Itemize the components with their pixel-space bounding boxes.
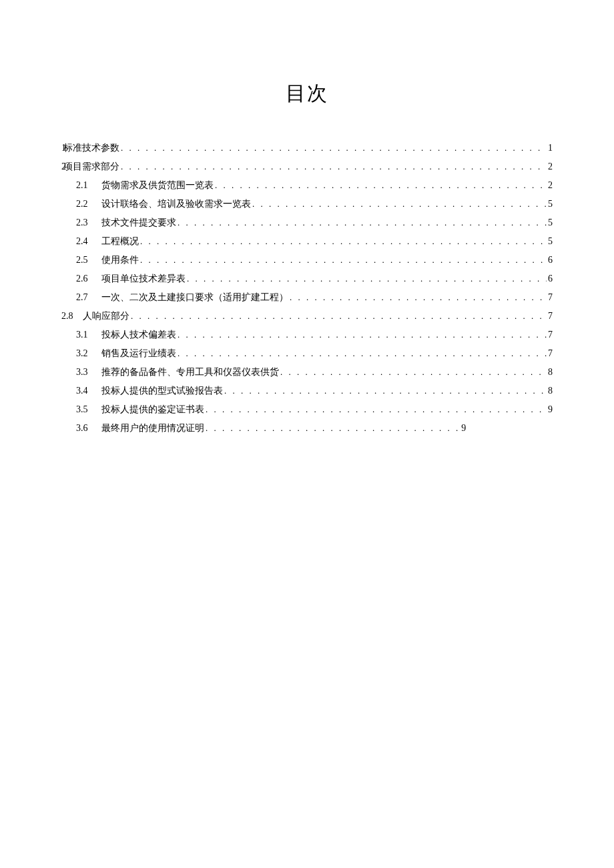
toc-page-number: 2 <box>548 180 553 191</box>
toc-entry: 3.6最终用户的使用情况证明. . . . . . . . . . . . . … <box>61 422 553 434</box>
toc-label: 投标人提供的型式试验报告表 <box>101 385 223 397</box>
toc-page-number: 6 <box>548 274 553 284</box>
page-title: 目次 <box>61 80 553 107</box>
toc-leader-dots <box>140 255 547 266</box>
toc-number: 2.8 <box>61 311 75 322</box>
toc-leader-dots <box>290 292 547 303</box>
toc-leader-dots <box>224 386 547 396</box>
toc-leader-dots <box>121 143 547 153</box>
toc-entry: 2.2设计联络会、培训及验收需求一览表5 <box>61 198 553 210</box>
toc-page-number: 5 <box>548 218 553 228</box>
toc-page-number: 5 <box>548 236 553 247</box>
toc-leader-dots <box>131 311 547 322</box>
toc-label: 推荐的备品备件、专用工具和仪器仪表供货 <box>101 366 279 378</box>
toc-label: 技术文件提交要求 <box>101 217 176 229</box>
toc-entry: 3.3推荐的备品备件、专用工具和仪器仪表供货8 <box>61 366 553 378</box>
toc-entry: 2 项目需求部分2 <box>61 161 553 173</box>
toc-page-number: 7 <box>548 348 553 359</box>
toc-label: 标准技术参数 <box>63 142 119 154</box>
toc-number: 3.4 <box>61 386 101 396</box>
toc-label: 一次、二次及土建接口要求（适用扩建工程） <box>101 292 288 304</box>
toc-page-number: 9 <box>548 404 553 415</box>
toc-number: 2.6 <box>61 274 101 284</box>
toc-number: 2.1 <box>61 180 101 191</box>
toc-entry: 2.8人响应部分7 <box>61 310 553 322</box>
toc-leader-dots <box>280 367 547 378</box>
toc-label: 工程概况 <box>101 236 139 248</box>
toc-leader-dots <box>121 161 547 172</box>
toc-label: 人响应部分 <box>75 310 129 322</box>
toc-leader-dots <box>140 236 547 247</box>
toc-number: 2.4 <box>61 236 101 247</box>
toc-entry: 3.4投标人提供的型式试验报告表8 <box>61 385 553 397</box>
toc-entry: 2.7一次、二次及土建接口要求（适用扩建工程）7 <box>61 292 553 304</box>
toc-entry: 3.2销售及运行业绩表7 <box>61 348 553 360</box>
toc-entry: 3.5投标人提供的鉴定证书表9 <box>61 404 553 416</box>
toc-entry: 2.6项目单位技术差异表6 <box>61 273 553 285</box>
toc-label: 最终用户的使用情况证明 <box>101 422 204 434</box>
toc-label: 使用条件 <box>101 254 139 266</box>
toc-page-number: 7 <box>548 330 553 340</box>
toc-leader-dots <box>178 348 547 359</box>
table-of-contents: 1 标准技术参数12 项目需求部分22.1货物需求及供货范围一览表22.2设计联… <box>61 142 553 434</box>
document-page: 目次 1 标准技术参数12 项目需求部分22.1货物需求及供货范围一览表22.2… <box>0 0 614 434</box>
toc-number: 3.6 <box>61 423 101 434</box>
toc-page-number: 8 <box>548 386 553 396</box>
toc-leader-dots <box>215 180 547 191</box>
toc-number: 3.1 <box>61 330 101 340</box>
toc-number: 3.3 <box>61 367 101 378</box>
toc-page-number: 1 <box>548 143 553 153</box>
toc-page-number: 5 <box>548 199 553 209</box>
toc-page-number: 6 <box>548 255 553 266</box>
toc-label: 设计联络会、培训及验收需求一览表 <box>101 198 251 210</box>
toc-leader-dots: . . . . . . . . . . . . . . . . . . . . … <box>206 423 460 434</box>
toc-number: 3.5 <box>61 404 101 415</box>
toc-entry: 2.4工程概况5 <box>61 236 553 248</box>
toc-leader-dots <box>206 404 547 415</box>
toc-page-number: 9 <box>461 423 466 434</box>
toc-number: 3.2 <box>61 348 101 359</box>
toc-number: 2.7 <box>61 292 101 303</box>
toc-page-number: 7 <box>548 311 553 322</box>
toc-leader-dots <box>178 218 547 228</box>
toc-entry: 2.3技术文件提交要求5 <box>61 217 553 229</box>
toc-label: 销售及运行业绩表 <box>101 348 176 360</box>
toc-number: 2.2 <box>61 199 101 209</box>
toc-label: 投标人技术偏差表 <box>101 329 176 341</box>
toc-leader-dots <box>252 199 547 209</box>
toc-page-number: 7 <box>548 292 553 303</box>
toc-page-number: 2 <box>548 161 553 172</box>
toc-number: 2.5 <box>61 255 101 266</box>
toc-leader-dots <box>187 274 547 284</box>
toc-label: 项目单位技术差异表 <box>101 273 186 285</box>
toc-label: 货物需求及供货范围一览表 <box>101 179 214 191</box>
toc-page-number: 8 <box>548 367 553 378</box>
toc-entry: 3.1投标人技术偏差表7 <box>61 329 553 341</box>
toc-label: 投标人提供的鉴定证书表 <box>101 404 204 416</box>
toc-leader-dots <box>178 330 547 340</box>
toc-entry: 1 标准技术参数1 <box>61 142 553 154</box>
toc-label: 项目需求部分 <box>63 161 119 173</box>
toc-entry: 2.1货物需求及供货范围一览表2 <box>61 179 553 191</box>
toc-number: 2.3 <box>61 218 101 228</box>
toc-entry: 2.5使用条件6 <box>61 254 553 266</box>
